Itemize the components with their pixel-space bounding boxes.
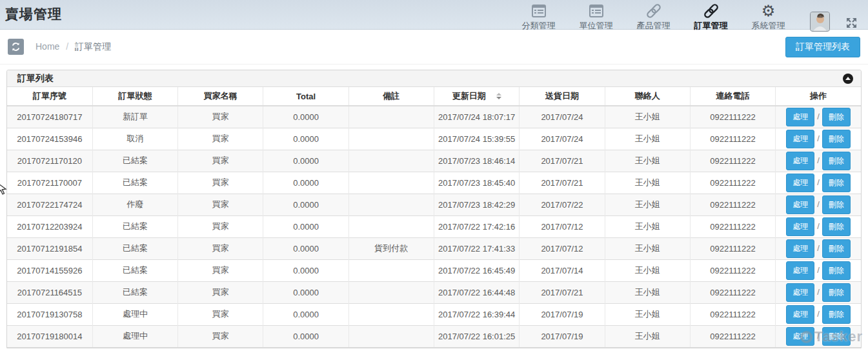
delete-button[interactable]: 刪除 [822,327,851,346]
delete-button[interactable]: 刪除 [822,152,851,170]
cell-delivery: 2017/07/19 [520,303,605,325]
cell-status: 已結案 [92,150,177,172]
nav-item-category[interactable]: 分類管理 [510,3,567,32]
cell-note [348,325,434,347]
cell-actions: 處理/刪除 [776,194,861,215]
nav-label: 單位管理 [580,20,613,32]
col-status: 訂單狀態 [92,87,177,106]
cell-note [348,303,434,325]
user-avatar[interactable] [810,12,830,32]
col-delivery: 送貨日期 [520,87,605,106]
order-table-body: 20170724180717 新訂單 買家 0.0000 2017/07/24 … [7,106,861,347]
action-separator: / [817,243,820,253]
cell-buyer: 買家 [178,237,263,259]
cell-actions: 處理/刪除 [776,215,861,237]
cell-delivery: 2017/07/24 [520,106,605,128]
delete-button[interactable]: 刪除 [822,261,851,280]
cell-buyer: 買家 [178,281,263,303]
cell-total: 0.0000 [263,106,348,128]
cell-order-no: 20170712191854 [7,237,92,259]
cell-status: 處理中 [92,325,177,347]
action-separator: / [817,331,820,341]
cell-contact: 王小姐 [605,106,690,128]
cell-order-no: 20170721170120 [7,150,92,172]
cell-updated: 2017/07/23 18:42:29 [434,194,519,215]
cell-phone: 0922111222 [690,215,775,237]
cell-total: 0.0000 [263,194,348,215]
cell-delivery: 2017/07/22 [520,194,605,215]
cell-phone: 0922111222 [690,172,775,194]
delete-button[interactable]: 刪除 [822,283,851,302]
cell-contact: 王小姐 [605,172,690,194]
top-header: 賣場管理 分類管理 單位管理 產品管理 訂單管理 [0,0,868,30]
process-button[interactable]: 處理 [786,108,814,126]
breadcrumb-bar: Home / 訂單管理 訂單管理列表 [0,30,868,65]
cell-phone: 0922111222 [690,128,775,150]
cell-delivery: 2017/07/21 [520,172,605,194]
cell-buyer: 買家 [178,259,263,281]
process-button[interactable]: 處理 [786,217,814,236]
cell-order-no: 20170721164515 [7,281,92,303]
page-title: 賣場管理 [0,0,62,23]
delete-button[interactable]: 刪除 [822,239,851,258]
process-button[interactable]: 處理 [786,130,814,148]
nav-label: 系統管理 [752,20,785,32]
cell-contact: 王小姐 [605,128,690,150]
cell-total: 0.0000 [263,215,348,237]
process-button[interactable]: 處理 [786,174,814,192]
order-panel: 訂單列表 訂單序號 訂單狀態 買家名稱 Total 備註 更新日期 送貨日期 [6,70,862,348]
cell-buyer: 買家 [178,215,263,237]
col-contact: 聯絡人 [605,87,690,106]
panel-title: 訂單列表 [17,73,54,85]
col-updated-label: 更新日期 [452,90,486,102]
cell-phone: 0922111222 [690,237,775,259]
cell-total: 0.0000 [263,303,348,325]
delete-button[interactable]: 刪除 [822,174,851,192]
collapse-panel-icon[interactable] [843,74,853,84]
action-separator: / [817,265,820,275]
order-list-button[interactable]: 訂單管理列表 [785,37,860,57]
col-note: 備註 [348,87,434,106]
table-row: 20170721164515 已結案 買家 0.0000 2017/07/22 … [7,281,861,303]
cell-actions: 處理/刪除 [776,172,861,194]
delete-button[interactable]: 刪除 [822,217,851,236]
process-button[interactable]: 處理 [786,327,814,346]
cell-order-no: 20170714155926 [7,259,92,281]
process-button[interactable]: 處理 [786,305,814,324]
nav-item-system[interactable]: ⚙ 系統管理 [740,3,797,32]
delete-button[interactable]: 刪除 [822,195,851,214]
nav-item-orders[interactable]: 訂單管理 [682,3,740,32]
cell-note [348,281,434,303]
refresh-button[interactable] [8,39,24,55]
sort-icon[interactable] [496,93,501,99]
process-button[interactable]: 處理 [786,195,814,214]
col-updated: 更新日期 [434,87,519,106]
cell-contact: 王小姐 [605,194,690,215]
process-button[interactable]: 處理 [786,261,814,280]
breadcrumb-home-link[interactable]: Home [35,41,59,52]
breadcrumb-separator: / [66,41,68,52]
nav-item-product[interactable]: 產品管理 [625,3,682,32]
delete-button[interactable]: 刪除 [822,305,851,324]
table-row: 20170722174724 作廢 買家 0.0000 2017/07/23 1… [7,194,861,215]
cell-phone: 0922111222 [690,281,775,303]
process-button[interactable]: 處理 [786,239,814,258]
cell-actions: 處理/刪除 [776,325,861,347]
cell-actions: 處理/刪除 [776,106,861,128]
cell-total: 0.0000 [263,325,348,347]
delete-button[interactable]: 刪除 [822,108,851,126]
process-button[interactable]: 處理 [786,283,814,302]
cell-phone: 0922111222 [690,150,775,172]
cell-buyer: 買家 [178,194,263,215]
action-separator: / [817,134,820,143]
cell-delivery: 2017/07/24 [520,128,605,150]
fullscreen-icon[interactable] [845,17,858,32]
col-actions: 操作 [776,87,861,106]
action-separator: / [817,112,820,121]
process-button[interactable]: 處理 [786,152,814,170]
nav-item-unit[interactable]: 單位管理 [567,3,625,32]
delete-button[interactable]: 刪除 [822,130,851,148]
cell-status: 作廢 [92,194,177,215]
table-row: 20170719130758 處理中 買家 0.0000 2017/07/22 … [7,303,861,325]
col-order-no: 訂單序號 [7,87,92,106]
